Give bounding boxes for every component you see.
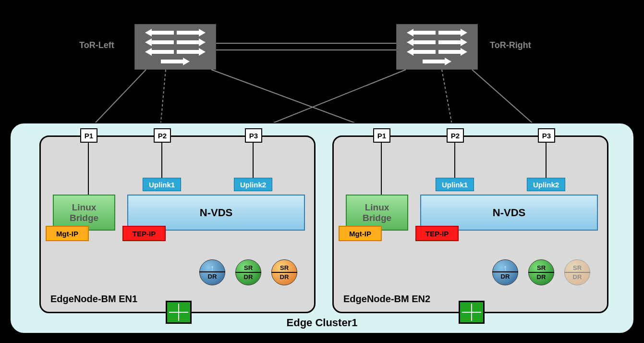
uplink2: Uplink2 (527, 178, 565, 191)
router-divider (492, 271, 518, 272)
switch-arrow-icon (438, 48, 467, 56)
switch-arrow-icon (423, 58, 451, 65)
switch-arrow-icon (438, 38, 467, 46)
port-p1: P1 (373, 128, 390, 143)
linux-bridge-line2: Bridge (70, 213, 98, 223)
router-dr-label: DR (244, 273, 253, 281)
router-blue: ↑ DR (492, 259, 518, 285)
switch-arrow-icon (145, 29, 174, 37)
router-dr-label: DR (537, 273, 546, 281)
switch-arrow-icon (407, 29, 436, 37)
linux-bridge-line1: Linux (365, 202, 389, 213)
router-sr-label: SR (537, 264, 546, 271)
router-sr-label: SR (244, 264, 253, 271)
switch-arrow-icon (407, 48, 436, 56)
nvds: N-VDS (127, 195, 305, 231)
tep-ip: TEP-IP (415, 226, 459, 241)
router-orange: SR DR (271, 259, 297, 285)
vpn-badge-icon (459, 301, 485, 324)
vpn-badge-icon (166, 301, 192, 324)
switch-arrow-icon (407, 38, 436, 46)
edge-node-en1: P1 P2 P3 Uplink1 Uplink2 Linux Bridge N-… (39, 135, 316, 313)
edge-node-en2: P1 P2 P3 Uplink1 Uplink2 Linux Bridge N-… (332, 135, 608, 313)
switch-arrow-icon (177, 29, 206, 37)
node-label: EdgeNode-BM EN2 (343, 294, 430, 305)
router-blue: ↑ DR (199, 259, 225, 285)
tor-left-switch (134, 24, 216, 70)
switch-arrow-icon (438, 29, 467, 37)
router-divider (564, 272, 590, 273)
port-p3: P3 (245, 128, 262, 143)
linux-bridge: Linux Bridge (53, 195, 115, 231)
mgt-ip: Mgt-IP (339, 226, 382, 241)
cluster-label: Edge Cluster1 (287, 317, 358, 329)
router-dr-label: DR (573, 273, 582, 281)
port-p2: P2 (154, 128, 171, 143)
node-label: EdgeNode-BM EN1 (50, 294, 137, 305)
nvds: N-VDS (420, 195, 598, 231)
switch-arrow-icon (145, 38, 174, 46)
linux-bridge-line1: Linux (72, 202, 97, 213)
mgt-ip: Mgt-IP (46, 226, 89, 241)
switch-arrow-icon (177, 38, 206, 46)
router-divider (199, 271, 225, 272)
tor-right-switch (396, 24, 478, 70)
router-dr-label: DR (208, 273, 217, 280)
router-green: SR DR (528, 259, 554, 285)
linux-bridge-line2: Bridge (363, 213, 391, 223)
router-divider (528, 272, 554, 273)
tep-ip: TEP-IP (122, 226, 166, 241)
port-p1: P1 (80, 128, 97, 143)
router-green: SR DR (235, 259, 261, 285)
router-dr-label: DR (501, 273, 510, 280)
edge-cluster: Edge Cluster1 P1 P2 P3 Uplink1 Uplink2 L… (10, 122, 634, 334)
router-dr-label: DR (280, 273, 289, 281)
router-divider (235, 272, 261, 273)
uplink1: Uplink1 (436, 178, 474, 191)
router-up-arrow-icon: ↑ (503, 265, 507, 271)
port-p2: P2 (447, 128, 464, 143)
linux-bridge: Linux Bridge (346, 195, 408, 231)
port-p3: P3 (538, 128, 555, 143)
router-orange-inactive: SR DR (564, 259, 590, 285)
router-sr-label: SR (573, 264, 582, 271)
switch-arrow-icon (177, 48, 206, 56)
router-sr-label: SR (280, 264, 289, 271)
switch-arrow-icon (161, 58, 190, 65)
switch-arrow-icon (145, 48, 174, 56)
tor-right-label: ToR-Right (490, 40, 531, 50)
router-divider (271, 272, 297, 273)
router-up-arrow-icon: ↑ (210, 265, 214, 271)
uplink2: Uplink2 (234, 178, 272, 191)
tor-left-label: ToR-Left (79, 40, 114, 50)
uplink1: Uplink1 (143, 178, 181, 191)
